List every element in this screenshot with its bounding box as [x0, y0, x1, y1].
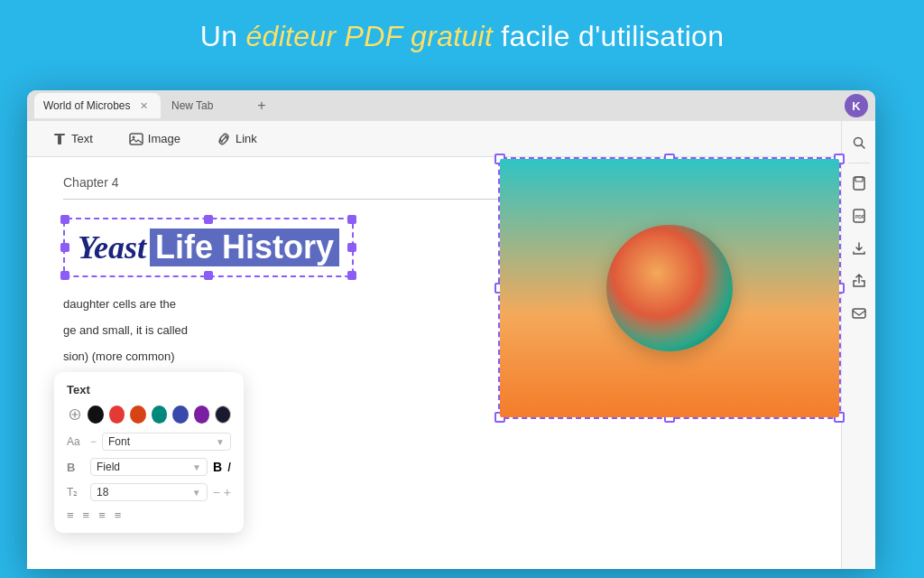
color-dark[interactable]: [215, 406, 231, 424]
size-value: 18: [97, 486, 108, 499]
body-line-3: sion) (more common): [63, 348, 478, 367]
field-select-label: Field: [97, 461, 120, 473]
image-tool-label: Image: [148, 132, 180, 145]
font-select[interactable]: Font ▼: [102, 433, 231, 451]
resize-handle-ml[interactable]: [60, 243, 69, 252]
resize-handle-tm[interactable]: [204, 215, 213, 224]
svg-text:PDF: PDF: [855, 214, 864, 219]
inactive-tab-label: New Tab: [171, 99, 213, 112]
sphere-background: [500, 159, 839, 417]
right-sidebar: PDF: [841, 121, 875, 569]
body-line-2: ge and small, it is called: [63, 322, 478, 340]
resize-handle-tl[interactable]: [60, 215, 69, 224]
active-tab[interactable]: World of Microbes ✕: [34, 93, 161, 118]
image-tool-icon: [129, 132, 143, 146]
color-link-icon[interactable]: [67, 406, 82, 424]
resize-handle-bm[interactable]: [204, 271, 213, 280]
font-size-row: Aa − Font ▼: [67, 433, 231, 451]
bold-italic-row: B Field ▼ B I: [67, 458, 231, 476]
title-yeast-text: Yeast: [78, 228, 146, 266]
align-center-button[interactable]: ≡: [83, 508, 90, 522]
link-tool-label: Link: [236, 132, 257, 145]
text-tool-button[interactable]: Text: [45, 128, 100, 150]
color-teal[interactable]: [152, 406, 167, 424]
color-red[interactable]: [109, 406, 125, 424]
svg-point-3: [132, 135, 134, 138]
svg-rect-10: [853, 309, 865, 318]
heading-text: Un éditeur PDF gratuit facile d'utilisat…: [200, 20, 725, 52]
marketing-heading: Un éditeur PDF gratuit facile d'utilisat…: [0, 0, 924, 70]
color-orange[interactable]: [130, 406, 145, 424]
align-justify-button[interactable]: ≡: [115, 508, 122, 522]
color-indigo[interactable]: [172, 406, 188, 424]
user-avatar[interactable]: K: [845, 94, 868, 117]
bold-label: B: [67, 461, 85, 474]
size-stepper: − +: [213, 486, 231, 499]
pdf-image-inner: [500, 159, 839, 417]
pdf-image-selection[interactable]: [498, 157, 841, 419]
heading-emphasis: éditeur PDF: [245, 20, 402, 52]
resize-handle-mr[interactable]: [347, 243, 356, 252]
text-tool-icon: [52, 132, 67, 146]
svg-rect-1: [58, 135, 61, 144]
tab-close-button[interactable]: ✕: [137, 99, 150, 112]
body-text: daughter cells are the ge and small, it …: [63, 295, 478, 366]
color-black[interactable]: [88, 406, 103, 424]
sphere-object: [606, 225, 733, 351]
field-select[interactable]: Field ▼: [90, 458, 208, 476]
title-life-history-text: Life History: [150, 228, 339, 266]
image-tool-button[interactable]: Image: [122, 128, 188, 150]
font-label: Aa: [67, 435, 85, 448]
save-sidebar-icon[interactable]: [845, 169, 873, 198]
body-line-1: daughter cells are the: [63, 295, 478, 314]
size-increment[interactable]: +: [224, 486, 231, 499]
share-sidebar-icon[interactable]: [845, 266, 873, 295]
bold-button[interactable]: B: [213, 460, 222, 474]
browser-window: World of Microbes ✕ New Tab + K Text: [27, 90, 875, 569]
color-purple[interactable]: [194, 406, 209, 424]
mail-sidebar-icon[interactable]: [845, 299, 873, 328]
download-sidebar-icon[interactable]: [845, 234, 873, 263]
text-tool-label: Text: [71, 132, 93, 145]
heading-gratuit: gratuit: [402, 20, 493, 52]
size-label: T₂: [67, 486, 85, 499]
active-tab-label: World of Microbes: [43, 99, 130, 112]
svg-line-5: [861, 145, 864, 149]
font-minus[interactable]: −: [90, 435, 97, 448]
resize-handle-tr[interactable]: [347, 215, 356, 224]
panel-title: Text: [67, 383, 231, 396]
size-select[interactable]: 18 ▼: [90, 483, 208, 501]
browser-titlebar: World of Microbes ✕ New Tab + K: [27, 90, 875, 121]
inactive-tab[interactable]: New Tab: [161, 93, 251, 118]
pdf-sidebar-icon[interactable]: PDF: [845, 201, 873, 230]
text-format-panel: Text Aa − Font ▼ B Fie: [54, 372, 244, 533]
svg-rect-0: [54, 134, 65, 135]
size-row: T₂ 18 ▼ − +: [67, 483, 231, 501]
link-tool-button[interactable]: Link: [209, 128, 264, 150]
new-tab-button[interactable]: +: [251, 95, 273, 117]
alignment-row: ≡ ≡ ≡ ≡: [67, 508, 231, 522]
color-picker-row: [67, 406, 231, 424]
align-left-button[interactable]: ≡: [67, 508, 74, 522]
svg-rect-2: [130, 134, 143, 144]
align-right-button[interactable]: ≡: [98, 508, 106, 522]
search-sidebar-icon[interactable]: [845, 128, 873, 157]
resize-handle-bl[interactable]: [60, 271, 69, 280]
chapter-label: Chapter 4: [63, 175, 118, 190]
title-selection-box[interactable]: Yeast Life History: [63, 218, 354, 277]
italic-button[interactable]: I: [227, 460, 231, 474]
resize-handle-br[interactable]: [347, 271, 356, 280]
sidebar-divider-1: [848, 163, 870, 163]
size-decrement[interactable]: −: [213, 486, 220, 499]
editor-toolbar: Text Image Link: [27, 121, 875, 157]
link-tool-icon: [217, 132, 231, 146]
